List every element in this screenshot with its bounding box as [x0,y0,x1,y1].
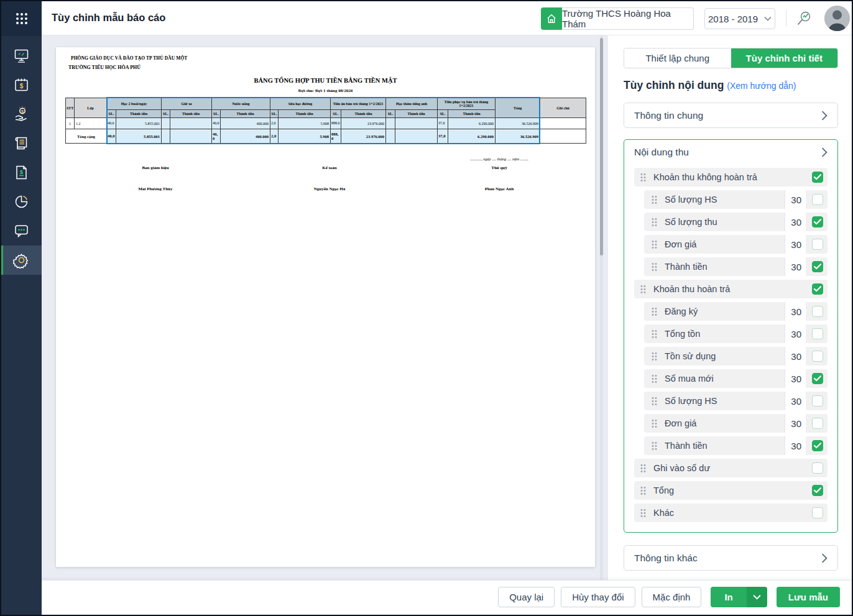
drag-handle[interactable] [640,285,646,294]
content-item-checkbox[interactable] [812,216,823,228]
check-icon [814,443,821,449]
content-item-child[interactable]: Số lượng thu30 [644,213,828,231]
content-item-child[interactable]: Đơn giá30 [644,414,828,433]
column-width-input[interactable]: 30 [785,414,806,433]
content-item-child[interactable]: Tồn sử dụng30 [644,347,828,365]
content-item-child[interactable]: Số lượng HS30 [644,190,828,209]
content-item-checkbox[interactable] [812,194,823,205]
column-width-input[interactable]: 30 [785,302,806,321]
content-item-group[interactable]: Khác [634,503,828,522]
signature-name: Mai Phương Thúy [90,186,221,191]
content-item-checkbox[interactable] [812,395,823,407]
content-item-checkbox[interactable] [812,462,823,474]
sidebar-item-messages[interactable] [1,216,42,246]
content-item-checkbox[interactable] [812,328,823,339]
school-year-dropdown[interactable]: 2018 - 2019 [704,8,775,29]
column-width-input[interactable]: 30 [785,235,806,254]
content-item-child[interactable]: Đăng ký30 [644,302,828,321]
content-item-group[interactable]: Khoản thu hoàn trả [634,280,828,298]
drag-handle[interactable] [652,374,657,384]
content-item-checkbox[interactable] [812,239,823,250]
section-other-header[interactable]: Thông tin khác [624,546,837,571]
tab-detail-customize[interactable]: Tùy chỉnh chi tiết [731,48,838,68]
drag-handle[interactable] [652,240,657,249]
section-general-info: Thông tin chung [624,103,838,128]
content-item-checkbox[interactable] [812,172,823,183]
sidebar-item-receipts[interactable] [1,129,42,158]
content-item-child[interactable]: Số mua mới30 [644,369,828,388]
back-button[interactable]: Quay lại [498,587,555,607]
section-general-header[interactable]: Thông tin chung [624,103,837,128]
content-item-label: Khoản thu không hoàn trả [653,172,806,182]
chevron-right-icon [821,553,828,563]
drag-handle[interactable] [640,508,646,518]
content-item-child[interactable]: Số lượng HS30 [644,392,828,410]
sidebar-item-invoices[interactable]: $ [1,158,42,187]
content-item-checkbox[interactable] [812,440,823,451]
column-width-input[interactable]: 30 [785,324,806,343]
content-item-child[interactable]: Thành tiền30 [644,257,828,276]
drag-handle-icon [652,329,657,339]
drag-handle[interactable] [640,486,646,495]
sidebar-item-fee-schedule[interactable]: $ [1,70,42,99]
save-template-button[interactable]: Lưu mẫu [777,587,840,607]
view-guide-link[interactable]: (Xem hướng dẫn) [727,81,796,91]
sidebar-item-settings[interactable] [1,246,42,275]
content-item-label: Tồn sử dụng [665,351,785,361]
search-stats-button[interactable] [795,10,813,27]
column-width-input[interactable]: 30 [785,369,806,388]
content-item-group[interactable]: Ghi vào số dư [634,459,828,477]
drag-handle[interactable] [652,419,657,428]
print-options-button[interactable] [747,587,767,607]
footer-actions: Quay lạiHủy thay đổiMặc định In Lưu mẫu [42,580,852,614]
content-item-group[interactable]: Tổng [634,481,828,500]
sidebar-item-statistics[interactable] [1,187,42,216]
content-item-checkbox[interactable] [812,418,823,429]
content-item-checkbox[interactable] [812,306,823,317]
apps-menu-button[interactable] [1,1,42,36]
calendar-money-icon: $ [13,76,30,93]
print-button[interactable]: In [711,587,746,607]
sidebar-item-collections[interactable]: $ [1,99,42,129]
column-width-input[interactable]: 30 [785,392,806,410]
content-item-checkbox[interactable] [812,507,823,518]
content-item-checkbox[interactable] [812,485,823,496]
topbar: Tùy chỉnh mẫu báo cáo Trường THCS Hoàng … [42,1,852,35]
column-width-input[interactable]: 30 [785,257,806,276]
content-item-child[interactable]: Đơn giá30 [644,235,828,254]
preview-scrollbar-thumb[interactable] [600,38,603,255]
drag-handle[interactable] [640,464,646,473]
drag-handle[interactable] [652,329,657,339]
drag-handle[interactable] [652,262,657,272]
tab-general-settings[interactable]: Thiết lập chung [624,48,731,68]
content-item-checkbox[interactable] [812,261,823,272]
column-width-input[interactable]: 30 [785,190,806,209]
content-item-checkbox[interactable] [812,351,823,362]
drag-handle-icon [652,397,657,406]
drag-handle[interactable] [652,397,657,406]
content-item-checkbox[interactable] [812,283,823,295]
drag-handle[interactable] [640,173,646,182]
sidebar-item-dashboard[interactable] [1,41,42,70]
drag-handle[interactable] [652,441,657,451]
section-revenue-header[interactable]: Nội dung thu [624,140,837,165]
content-item-child[interactable]: Thành tiền30 [644,436,828,455]
drag-handle[interactable] [652,195,657,205]
drag-handle[interactable] [652,307,657,316]
column-width-input[interactable]: 30 [785,347,806,365]
customize-panel: Thiết lập chung Tùy chỉnh chi tiết Tùy c… [607,35,853,580]
cancel-changes-button[interactable]: Hủy thay đổi [561,587,635,607]
default-button[interactable]: Mặc định [642,587,702,607]
school-selector[interactable]: Trường THCS Hoàng Hoa Thám [562,7,694,30]
column-width-input[interactable]: 30 [785,436,806,455]
content-item-child[interactable]: Tổng tồn30 [644,324,828,343]
column-width-input[interactable]: 30 [785,213,806,231]
user-avatar[interactable] [824,6,850,31]
drag-handle[interactable] [652,218,657,227]
home-button[interactable] [541,7,562,30]
content-item-group[interactable]: Khoản thu không hoàn trả [634,168,828,186]
drag-handle-icon [640,464,646,473]
signature-name: Phan Ngọc Anh [434,186,565,191]
content-item-checkbox[interactable] [812,373,823,384]
drag-handle[interactable] [652,352,657,361]
